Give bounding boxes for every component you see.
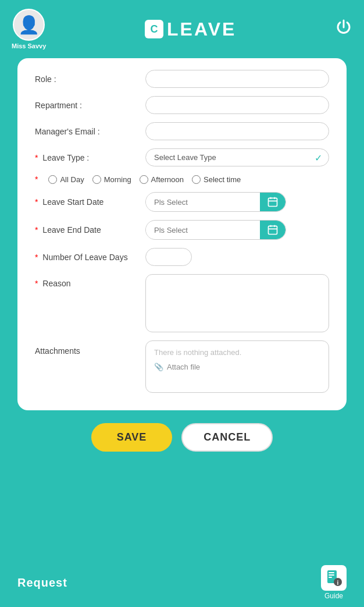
role-input[interactable]	[145, 70, 329, 88]
manager-email-input[interactable]	[145, 122, 329, 140]
radio-selecttime-label: Select time	[204, 175, 241, 184]
leave-end-date-input[interactable]	[146, 222, 260, 239]
avatar: 👤	[13, 9, 45, 41]
attachments-label: Attachments	[35, 340, 145, 356]
reason-row: * Reason	[35, 274, 329, 332]
main-card: Role : Repartment : Manager's Email : * …	[17, 58, 347, 410]
leave-type-label: * Leave Type :	[35, 153, 145, 162]
num-days-row: * Number Of Leave Days 0.5	[35, 248, 329, 266]
leave-type-row: * Leave Type : Select Leave Type Annual …	[35, 148, 329, 166]
cancel-button[interactable]: CANCEL	[181, 423, 273, 452]
bottom-nav: Request i Guide	[0, 559, 364, 600]
nav-request-label: Request	[17, 576, 67, 590]
user-name: Miss Savvy	[12, 42, 46, 49]
power-button[interactable]	[335, 19, 352, 40]
svg-rect-9	[329, 572, 334, 573]
radio-afternoon-label: Afternoon	[151, 175, 184, 184]
radio-afternoon-input[interactable]	[140, 175, 148, 184]
user-avatar-section: 👤 Miss Savvy	[12, 9, 46, 49]
manager-email-label: Manager's Email :	[35, 127, 145, 136]
reason-label: * Reason	[35, 274, 145, 288]
save-button[interactable]: SAVE	[91, 423, 173, 452]
department-input[interactable]	[145, 96, 329, 114]
guide-label: Guide	[324, 592, 343, 600]
leave-type-select[interactable]: Select Leave Type Annual Leave Sick Leav…	[145, 148, 329, 166]
app-logo: C LEAVE	[145, 19, 236, 40]
leave-start-row: * Leave Start Date	[35, 192, 329, 212]
num-days-required: *	[35, 253, 38, 262]
leave-start-date-input[interactable]	[146, 194, 260, 211]
radio-allday[interactable]: All Day	[48, 175, 84, 184]
app-header: 👤 Miss Savvy C LEAVE	[0, 0, 364, 58]
attach-file-label: Attach file	[167, 363, 200, 371]
leave-start-label: * Leave Start Date	[35, 197, 145, 207]
reason-required: *	[35, 279, 38, 288]
attachments-row: Attachments There is nothing attached. 📎…	[35, 340, 329, 393]
time-period-row: * All Day Morning Afternoon Select time	[35, 175, 329, 184]
reason-textarea[interactable]	[145, 274, 329, 332]
leave-end-date-wrapper	[145, 220, 286, 240]
leave-type-select-wrapper: Select Leave Type Annual Leave Sick Leav…	[145, 148, 329, 166]
radio-allday-label: All Day	[60, 175, 84, 184]
paperclip-icon: 📎	[154, 363, 163, 371]
role-row: Role :	[35, 70, 329, 88]
avatar-icon: 👤	[18, 15, 40, 35]
leave-end-calendar-button[interactable]	[260, 221, 286, 239]
svg-rect-11	[329, 577, 332, 578]
svg-rect-0	[269, 198, 277, 206]
manager-email-row: Manager's Email :	[35, 122, 329, 140]
department-label: Repartment :	[35, 101, 145, 110]
department-row: Repartment :	[35, 96, 329, 114]
leave-start-calendar-button[interactable]	[260, 193, 286, 211]
leave-end-row: * Leave End Date	[35, 220, 329, 240]
svg-rect-4	[269, 226, 277, 234]
leave-start-date-wrapper	[145, 192, 286, 212]
radio-allday-input[interactable]	[48, 175, 57, 184]
num-days-input[interactable]: 0.5	[145, 248, 192, 266]
leave-type-required: *	[35, 153, 38, 162]
footer-buttons: SAVE CANCEL	[0, 423, 364, 452]
radio-morning-input[interactable]	[92, 175, 101, 184]
radio-selecttime-input[interactable]	[192, 175, 201, 184]
guide-icon-img: i	[321, 565, 347, 591]
leave-end-label: * Leave End Date	[35, 225, 145, 235]
radio-selecttime[interactable]: Select time	[192, 175, 241, 184]
svg-text:i: i	[337, 580, 339, 586]
svg-rect-10	[329, 574, 334, 576]
time-period-required: *	[35, 175, 38, 184]
logo-text: LEAVE	[167, 19, 236, 40]
radio-afternoon[interactable]: Afternoon	[140, 175, 184, 184]
attach-file-button[interactable]: 📎 Attach file	[154, 363, 200, 371]
radio-morning-label: Morning	[104, 175, 131, 184]
attachments-box: There is nothing attached. 📎 Attach file	[145, 340, 329, 393]
leave-start-required: *	[35, 197, 38, 207]
attachments-nothing-text: There is nothing attached.	[154, 348, 320, 357]
logo-icon: C	[145, 20, 163, 38]
num-days-label: * Number Of Leave Days	[35, 253, 145, 262]
role-label: Role :	[35, 74, 145, 84]
guide-button[interactable]: i Guide	[321, 565, 347, 600]
leave-end-required: *	[35, 225, 38, 235]
radio-morning[interactable]: Morning	[92, 175, 131, 184]
